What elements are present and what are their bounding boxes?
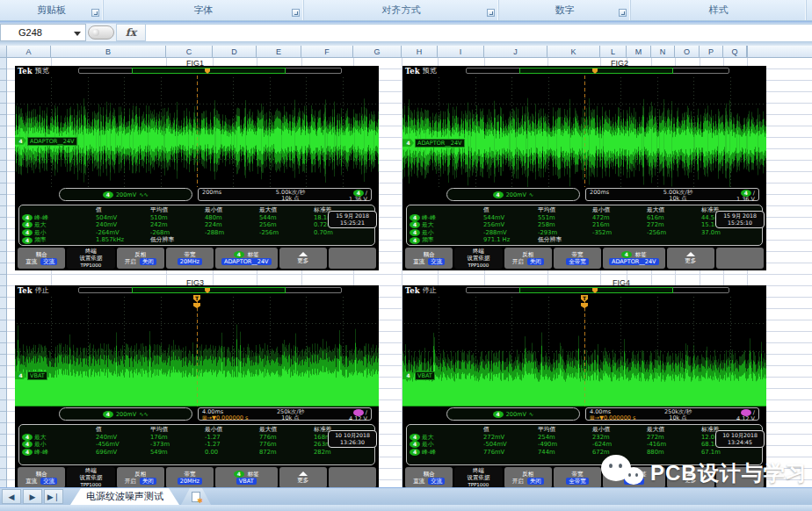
trigger-cell: 4 /1.36 V xyxy=(708,190,755,200)
measurement-row: 4频率971.1 Hz低分辨率 xyxy=(410,236,759,244)
dc-option[interactable]: 直流 xyxy=(413,478,424,485)
formula-input[interactable] xyxy=(146,24,812,41)
termination-button[interactable]: 终端设置依据TPP1000 xyxy=(454,248,502,269)
last-sheet-icon[interactable]: ▶❘ xyxy=(44,489,63,504)
ribbon-group-number-label: 数字 xyxy=(555,4,575,17)
more-button[interactable]: 更多 xyxy=(279,248,327,269)
termination-button[interactable]: 终端设置依据TPP1000 xyxy=(67,248,114,269)
invert-on-option[interactable]: 开启 xyxy=(512,478,524,485)
invert-on-option[interactable]: 开启 xyxy=(125,258,136,265)
invert-off-option[interactable]: 关闭 xyxy=(140,258,156,265)
name-box[interactable]: G248 xyxy=(0,24,86,41)
coupling-button[interactable]: 耦合直流交流 xyxy=(405,248,453,269)
scope-fig1[interactable]: Tek预览4ADAPTOR__24V4200mV∿∿200ms5.00k次/秒1… xyxy=(15,66,379,268)
invert-off-option[interactable]: 关闭 xyxy=(140,478,156,485)
termination-button[interactable]: 终端设置依据TPP1000 xyxy=(454,467,502,488)
ac-option[interactable]: 交流 xyxy=(40,258,57,265)
column-header-b[interactable]: B xyxy=(51,46,166,57)
ac-option[interactable]: 交流 xyxy=(428,478,445,485)
termination-title: 终端 xyxy=(85,467,97,474)
measurement-name-label: 峰-峰 xyxy=(422,214,436,222)
bandwidth-button[interactable]: 带宽全带宽 xyxy=(554,467,601,488)
name-box-dropdown-icon[interactable] xyxy=(74,32,81,36)
name-box-splitter-handle[interactable] xyxy=(88,25,114,40)
invert-on-option[interactable]: 开启 xyxy=(512,258,524,265)
coupling-button[interactable]: 耦合直流交流 xyxy=(405,467,453,488)
bandwidth-button[interactable]: 带宽20MHz xyxy=(166,248,214,269)
invert-button[interactable]: 反相开启关闭 xyxy=(117,467,164,488)
vertical-scale-box: 4200mV∿∿ xyxy=(59,407,192,421)
measurement-header-0: 值 xyxy=(483,426,538,434)
column-header-o[interactable]: O xyxy=(675,46,700,57)
measurement-value: 0.00 xyxy=(205,449,259,457)
coupling-button[interactable]: 耦合直流交流 xyxy=(18,248,65,269)
invert-button[interactable]: 反相开启关闭 xyxy=(117,248,164,269)
column-header-q[interactable]: Q xyxy=(723,46,747,57)
termination-button[interactable]: 终端设置依据TPP1000 xyxy=(67,467,114,488)
ac-option[interactable]: 交流 xyxy=(40,478,57,485)
measurement-value: -264mV xyxy=(96,229,150,237)
more-label: 更多 xyxy=(297,477,308,484)
column-header-i[interactable]: I xyxy=(438,46,484,57)
empty-menu-slot xyxy=(716,248,764,269)
scope-fig2[interactable]: Tek预览4ADAPTOR__24V4200mV∿200ms5.00k次/秒10… xyxy=(402,66,766,268)
select-all-corner[interactable] xyxy=(0,46,7,57)
termination-sub: 设置依据 xyxy=(79,255,102,262)
measurement-name: 4最小 xyxy=(410,441,483,449)
scope-header: Tek预览 xyxy=(402,66,766,76)
measurement-value: 256mV xyxy=(483,221,538,229)
trigger-level: 4.12 V xyxy=(708,416,755,422)
label-button[interactable]: 4标签ADAPTOR__24V xyxy=(603,248,665,269)
measurement-name: 4峰-峰 xyxy=(410,214,483,222)
invert-off-option[interactable]: 关闭 xyxy=(527,478,544,485)
insert-worksheet-tab[interactable] xyxy=(181,488,211,505)
invert-button[interactable]: 反相开启关闭 xyxy=(504,467,552,488)
column-header-n[interactable]: N xyxy=(651,46,675,57)
waveform-area: 4ADAPTOR__24V xyxy=(15,76,379,187)
prev-sheet-icon[interactable]: ▶ xyxy=(23,489,42,504)
bandwidth-button[interactable]: 带宽全带宽 xyxy=(554,248,601,269)
column-header-h[interactable]: H xyxy=(402,46,438,57)
measurement-header-0: 值 xyxy=(96,206,150,214)
label-button[interactable]: 4标签VBAT xyxy=(215,467,278,488)
column-header-m[interactable]: M xyxy=(627,46,651,57)
column-header-p[interactable]: P xyxy=(700,46,723,57)
column-header-a[interactable]: A xyxy=(7,46,51,57)
coupling-button[interactable]: 耦合直流交流 xyxy=(18,467,65,488)
spreadsheet-grid[interactable]: FIG1FIG2FIG3FIG4Tek预览4ADAPTOR__24V4200mV… xyxy=(0,58,812,487)
dc-option[interactable]: 直流 xyxy=(25,258,37,265)
column-header-e[interactable]: E xyxy=(257,46,301,57)
column-header-j[interactable]: J xyxy=(484,46,547,57)
more-button[interactable]: 更多 xyxy=(279,467,327,488)
column-header-c[interactable]: C xyxy=(166,46,213,57)
dialog-launcher-icon[interactable] xyxy=(292,9,300,17)
measurement-header-2: 最小值 xyxy=(592,426,647,434)
insert-function-button[interactable]: fx xyxy=(116,24,146,41)
sheet-tab-active[interactable]: 电源纹波噪声测试 xyxy=(70,488,179,505)
dialog-launcher-icon[interactable] xyxy=(487,9,495,17)
measurement-name: 4频率 xyxy=(410,236,483,244)
column-header-k[interactable]: K xyxy=(547,46,600,57)
waveform-area: T4VBAT xyxy=(15,295,379,407)
dc-option[interactable]: 直流 xyxy=(413,258,424,265)
dc-option[interactable]: 直流 xyxy=(25,478,37,485)
column-header-d[interactable]: D xyxy=(213,46,257,57)
invert-on-option[interactable]: 开启 xyxy=(125,478,136,485)
trigger-cell: 4 /4.12 V xyxy=(321,409,367,420)
invert-button[interactable]: 反相开启关闭 xyxy=(504,248,552,269)
bandwidth-button[interactable]: 带宽20MHz xyxy=(166,467,214,488)
ac-option[interactable]: 交流 xyxy=(428,258,445,265)
column-header-f[interactable]: F xyxy=(301,46,353,57)
label-button[interactable]: 4标签ADAPTOR__24V xyxy=(215,248,278,269)
dialog-launcher-icon[interactable] xyxy=(91,9,99,17)
first-sheet-icon[interactable]: ◀ xyxy=(2,489,21,504)
bandwidth-value: 20MHz xyxy=(178,258,202,265)
column-header-l[interactable]: L xyxy=(600,46,627,57)
invert-off-option[interactable]: 关闭 xyxy=(527,258,544,265)
scope-fig3[interactable]: Tek停止T4VBAT4200mV∿∿4.00ms⊞→▼0.000000 s25… xyxy=(15,285,379,487)
dialog-launcher-icon[interactable] xyxy=(619,9,627,17)
row-header-column[interactable] xyxy=(0,58,7,487)
column-header-g[interactable]: G xyxy=(353,46,402,57)
termination-title: 终端 xyxy=(85,248,97,255)
more-button[interactable]: 更多 xyxy=(667,248,714,269)
